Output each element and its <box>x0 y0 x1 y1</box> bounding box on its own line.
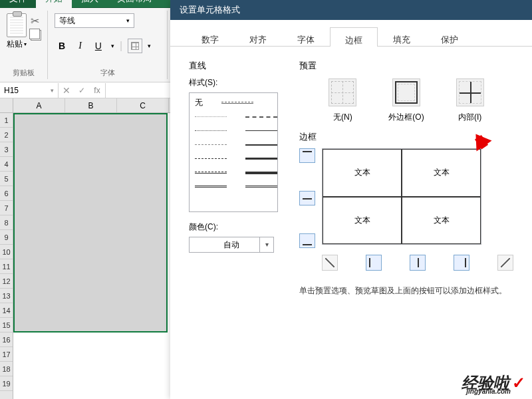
dialog-tab-5[interactable]: 保护 <box>426 27 473 46</box>
border-hmiddle-button[interactable] <box>299 191 315 205</box>
clipboard-icon <box>7 13 27 37</box>
checkmark-icon: ✓ <box>512 374 525 392</box>
tab-file[interactable]: 文件 <box>0 0 36 8</box>
preset-section-label: 预置 <box>299 60 513 72</box>
row-header[interactable]: 16 <box>0 332 13 347</box>
row-header[interactable]: 10 <box>0 245 13 259</box>
style-opt[interactable] <box>240 138 283 152</box>
row-header[interactable]: 19 <box>0 376 13 391</box>
row-header[interactable]: 5 <box>0 172 13 186</box>
paste-button[interactable]: 粘贴▾ <box>7 11 27 50</box>
dialog-tab-0[interactable]: 数字 <box>186 27 234 46</box>
preset-inner-button[interactable] <box>456 78 484 106</box>
row-header[interactable]: 3 <box>0 142 13 157</box>
chevron-down-icon[interactable]: ▾ <box>148 43 151 49</box>
row-header[interactable]: 2 <box>0 128 13 142</box>
row-header[interactable]: 14 <box>0 303 13 318</box>
dialog-tab-3[interactable]: 边框 <box>330 27 378 47</box>
preset-outer-button[interactable] <box>392 78 420 106</box>
row-header[interactable]: 12 <box>0 274 13 289</box>
col-header[interactable]: B <box>65 98 117 112</box>
row-headers: 12345678910111213141516171819 <box>0 98 13 399</box>
border-right-button[interactable] <box>454 255 469 271</box>
color-label: 颜色(C): <box>189 221 286 233</box>
border-preview: 文本 文本 文本 文本 <box>322 148 481 245</box>
col-header[interactable]: A <box>13 98 65 112</box>
preset-outer-icon <box>395 81 418 104</box>
accept-icon[interactable]: ✓ <box>74 86 89 95</box>
border-left-button[interactable] <box>366 255 382 271</box>
cancel-icon[interactable]: ✕ <box>59 85 74 96</box>
bold-button[interactable]: B <box>55 39 69 53</box>
border-top-button[interactable] <box>299 148 315 163</box>
style-label: 样式(S): <box>189 77 286 88</box>
dialog-tab-2[interactable]: 字体 <box>282 27 330 46</box>
format-cells-dialog: 设置单元格格式 数字对齐字体边框填充保护 直线 样式(S): 无 <box>170 0 532 399</box>
group-font-label: 字体 <box>55 68 160 79</box>
row-header[interactable]: 8 <box>0 215 13 230</box>
dialog-tab-1[interactable]: 对齐 <box>234 27 282 46</box>
selection <box>13 113 168 332</box>
dialog-tabs: 数字对齐字体边框填充保护 <box>170 20 532 47</box>
style-opt[interactable] <box>240 180 283 194</box>
preview-cell: 文本 <box>323 197 402 245</box>
chevron-down-icon: ▾ <box>24 41 27 47</box>
preview-cell: 文本 <box>402 149 481 197</box>
row-header[interactable]: 17 <box>0 347 13 362</box>
border-bottom-button[interactable] <box>299 233 315 248</box>
style-opt[interactable] <box>240 152 283 166</box>
group-clipboard-label: 剪贴板 <box>7 68 41 79</box>
border-button[interactable] <box>128 39 142 53</box>
font-name-select[interactable]: 等线▾ <box>55 13 134 28</box>
style-opt[interactable] <box>190 110 232 124</box>
style-opt[interactable] <box>240 166 283 180</box>
select-all-corner[interactable] <box>0 98 13 113</box>
border-diag1-button[interactable] <box>322 255 338 271</box>
border-vmiddle-button[interactable] <box>410 255 426 271</box>
tab-insert[interactable]: 插入 <box>72 0 108 8</box>
row-header[interactable]: 6 <box>0 186 13 201</box>
color-select[interactable]: 自动 <box>189 237 274 253</box>
copy-icon[interactable] <box>31 30 41 41</box>
italic-button[interactable]: I <box>74 39 86 53</box>
watermark-url: jingyanla.com <box>466 388 511 395</box>
style-opt[interactable] <box>190 180 232 194</box>
row-header[interactable]: 9 <box>0 230 13 245</box>
paste-label: 粘贴 <box>7 39 23 50</box>
style-opt[interactable] <box>190 124 232 138</box>
dialog-title: 设置单元格格式 <box>170 0 532 20</box>
row-header[interactable]: 1 <box>0 113 13 128</box>
preset-outer-label: 外边框(O) <box>388 112 424 123</box>
preview-cell: 文本 <box>402 197 481 245</box>
style-opt[interactable] <box>190 138 232 152</box>
style-opt[interactable] <box>240 110 283 124</box>
preset-none-icon <box>331 81 354 104</box>
fx-button[interactable]: fx <box>89 86 105 95</box>
name-box[interactable]: H15▾ <box>0 83 59 98</box>
style-opt[interactable] <box>240 124 283 138</box>
border-diag2-button[interactable] <box>497 255 513 271</box>
row-header[interactable]: 4 <box>0 157 13 172</box>
hint-text: 单击预置选项、预览草图及上面的按钮可以添加边框样式。 <box>299 285 513 297</box>
cut-icon[interactable]: ✂ <box>31 15 41 27</box>
style-opt[interactable] <box>216 96 259 110</box>
row-header[interactable]: 11 <box>0 259 13 274</box>
row-header[interactable]: 15 <box>0 318 13 332</box>
row-header[interactable]: 18 <box>0 362 13 376</box>
row-header[interactable]: 13 <box>0 289 13 303</box>
row-header[interactable]: 7 <box>0 201 13 215</box>
dialog-tab-4[interactable]: 填充 <box>378 27 426 46</box>
tab-layout[interactable]: 页面布局 <box>108 0 161 8</box>
border-grid-icon <box>131 42 139 50</box>
preset-none-label: 无(N) <box>333 112 352 123</box>
preview-cell: 文本 <box>323 149 402 197</box>
style-none[interactable]: 无 <box>190 96 208 110</box>
style-opt[interactable] <box>190 166 232 180</box>
style-opt[interactable] <box>190 152 232 166</box>
tab-start[interactable]: 开始 <box>36 0 72 8</box>
underline-button[interactable]: U <box>91 39 106 53</box>
line-style-list[interactable]: 无 <box>189 92 278 212</box>
chevron-down-icon[interactable]: ▾ <box>111 43 114 49</box>
col-header[interactable]: C <box>117 98 169 112</box>
preset-none-button[interactable] <box>329 78 356 106</box>
